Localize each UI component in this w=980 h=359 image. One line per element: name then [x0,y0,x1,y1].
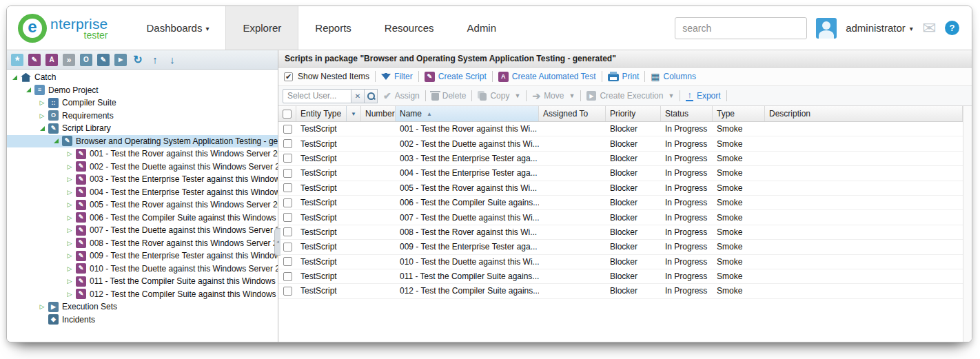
column-header-description[interactable]: Description [765,106,963,121]
column-menu-icon[interactable]: ▼ [346,106,356,121]
tree-item[interactable]: ▷✎009 - Test the Enterprise Tester again… [7,249,278,263]
sidebar-collapse-handle[interactable]: ◂ [274,228,280,256]
create-script-icon[interactable]: ✎ [28,54,41,66]
create-script-button[interactable]: ✎ Create Script [425,72,487,82]
tree-item[interactable]: ▷✎003 - Test the Enterprise Tester again… [7,173,278,186]
refresh-icon[interactable]: ↻ [132,54,144,66]
table-row[interactable]: TestScript003 - Test the Enterprise Test… [278,152,963,166]
tree-item[interactable]: ▷✎002 - Test the Duette against this Win… [7,161,278,174]
expand-toggle-icon[interactable]: ▷ [65,150,74,157]
expand-toggle-icon[interactable]: ▷ [65,278,74,285]
help-icon[interactable]: ? [945,21,959,35]
tree-item[interactable]: ◆Incidents [7,314,278,327]
table-row[interactable]: TestScript008 - Test the Rover against t… [278,225,963,240]
expand-toggle-icon[interactable]: ▷ [65,240,74,247]
column-header-type[interactable]: Type [713,106,765,121]
row-checkbox[interactable] [283,227,292,236]
tree-item[interactable]: ▷▶Execution Sets [7,300,278,314]
nav-item-reports[interactable]: Reports [298,6,368,50]
tree-item[interactable]: ▷✎011 - Test the Compiler Suite against … [7,275,278,288]
copy-button[interactable]: Copy ▼ [478,91,520,101]
column-header-select[interactable] [278,106,296,121]
move-button[interactable]: ➔ Move ▼ [532,91,575,101]
asterisk-icon[interactable]: * [11,54,23,66]
user-avatar[interactable] [816,18,837,39]
table-row[interactable]: TestScript002 - Test the Duette against … [278,136,963,151]
show-nested-checkbox[interactable]: ✔ [284,72,293,81]
tree-item[interactable]: ▷::Compiler Suite [7,96,278,110]
row-checkbox[interactable] [283,169,292,178]
table-row[interactable]: TestScript010 - Test the Duette against … [278,255,963,269]
filter-button[interactable]: Filter [381,72,413,81]
tree-item[interactable]: ▷✎007 - Test the Duette against this Win… [7,224,278,237]
select-user-input[interactable] [283,89,351,103]
move-up-icon[interactable]: ↑ [149,54,161,66]
columns-button[interactable]: ▦ Columns [651,72,696,81]
tree-item[interactable]: ▷✎010 - Test the Duette against this Win… [7,263,278,276]
tree-item[interactable]: ✎Script Library [7,122,278,135]
requirement-icon[interactable]: O [80,54,92,66]
create-execution-button[interactable]: ▶ Create Execution ▼ [586,91,674,101]
fast-forward-icon[interactable]: » [63,54,75,66]
expand-toggle-icon[interactable]: ▷ [65,176,74,183]
column-header-entity_type[interactable]: Entity Type▼ [296,106,361,121]
table-row[interactable]: TestScript005 - Test the Rover against t… [278,181,963,196]
move-down-icon[interactable]: ↓ [166,54,178,66]
tree-item[interactable]: ▷✎012 - Test the Compiler Suite against … [7,288,278,301]
tree-item[interactable]: ▷✎005 - Test the Rover against this Wind… [7,198,278,212]
row-checkbox[interactable] [283,272,292,281]
expand-toggle-icon[interactable] [37,126,47,131]
expand-toggle-icon[interactable]: ▷ [65,189,74,196]
create-script-package-icon[interactable]: ✎ [97,54,110,66]
row-checkbox[interactable] [283,139,292,148]
clear-user-button[interactable]: ✕ [351,89,365,103]
delete-button[interactable]: Delete [431,91,467,101]
tree-item[interactable]: ✎Browser and Operating System Applicatio… [7,135,278,148]
print-button[interactable]: Print [608,72,640,81]
table-row[interactable]: TestScript009 - Test the Enterprise Test… [278,240,963,254]
expand-toggle-icon[interactable]: ▷ [65,265,74,272]
tree-item[interactable]: ▷✎008 - Test the Rover against this Wind… [7,237,278,250]
user-menu[interactable]: administrator ▾ [846,22,913,34]
tree-item[interactable]: ▷✎004 - Test the Enterprise Tester again… [7,186,278,199]
column-header-name[interactable]: Name▲ [396,106,539,121]
tree-item[interactable]: Catch [7,71,278,84]
expand-toggle-icon[interactable]: ▷ [37,112,47,119]
select-all-checkbox[interactable] [283,110,292,119]
tree-item[interactable]: ▷ORequirements [7,110,278,123]
table-row[interactable]: TestScript006 - Test the Compiler Suite … [278,196,963,210]
vertical-scrollbar[interactable] [963,106,972,342]
row-checkbox[interactable] [283,198,292,207]
row-checkbox[interactable] [283,243,292,252]
expand-toggle-icon[interactable]: ▷ [37,99,47,106]
table-row[interactable]: TestScript011 - Test the Compiler Suite … [278,269,963,284]
search-user-button[interactable] [365,89,378,103]
nav-item-resources[interactable]: Resources [368,6,451,50]
column-header-number[interactable]: Number [361,106,396,121]
column-header-status[interactable]: Status [661,106,713,121]
row-checkbox[interactable] [283,287,292,296]
export-button[interactable]: ↑ Export [686,90,720,101]
expand-toggle-icon[interactable]: ▷ [37,303,47,310]
expand-toggle-icon[interactable]: ▷ [65,291,74,298]
expand-toggle-icon[interactable]: ▷ [65,214,74,221]
tree-item[interactable]: ▷✎001 - Test the Rover against this Wind… [7,147,278,161]
expand-toggle-icon[interactable] [51,139,61,143]
tree-item[interactable]: ▷✎006 - Test the Compiler Suite against … [7,212,278,225]
nav-item-admin[interactable]: Admin [451,6,513,50]
expand-toggle-icon[interactable]: ▷ [65,227,74,234]
column-header-priority[interactable]: Priority [606,106,661,121]
enterprise-tester-logo[interactable]: e nterprise tester [7,6,115,50]
row-checkbox[interactable] [283,125,292,134]
row-checkbox[interactable] [283,213,292,222]
tree-item[interactable]: ≡Demo Project [7,84,278,97]
create-automated-test-button[interactable]: A Create Automated Test [498,72,596,82]
search-input[interactable] [675,17,807,39]
table-row[interactable]: TestScript001 - Test the Rover against t… [278,122,963,136]
column-header-assigned_to[interactable]: Assigned To [539,106,606,121]
table-row[interactable]: TestScript007 - Test the Duette against … [278,210,963,225]
row-checkbox[interactable] [283,183,292,192]
expand-toggle-icon[interactable]: ▷ [65,163,74,170]
expand-toggle-icon[interactable] [10,75,19,80]
expand-toggle-icon[interactable] [23,88,33,92]
